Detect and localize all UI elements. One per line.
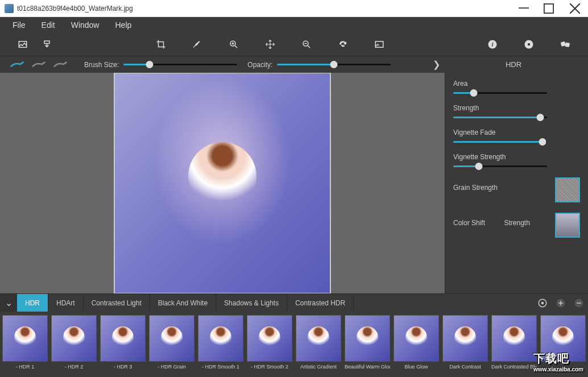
preset-tab-bar: ⌄ HDR HDArt Contrasted Light Black And W… xyxy=(0,293,588,312)
preset-thumb[interactable]: - HDR Smooth 1 xyxy=(198,315,243,370)
brush-tool-2[interactable] xyxy=(31,57,48,72)
brush-size-label: Brush Size: xyxy=(84,61,119,69)
settings-button[interactable] xyxy=(516,34,541,55)
strength-slider[interactable] xyxy=(453,117,547,118)
vignette-strength-slider[interactable] xyxy=(453,165,547,167)
menu-bar: File Edit Window Help xyxy=(0,17,588,33)
compare-button[interactable] xyxy=(367,34,392,55)
random-button[interactable] xyxy=(553,34,578,55)
preset-expand-button[interactable]: ⌄ xyxy=(0,294,17,312)
main-toolbar: i xyxy=(0,33,588,56)
tab-hdr[interactable]: HDR xyxy=(17,294,48,312)
redo-button[interactable] xyxy=(330,34,355,55)
brush-bar: Brush Size: Opacity: ❯ HDR xyxy=(0,56,588,73)
svg-point-8 xyxy=(528,43,531,46)
preset-thumb[interactable]: Dark Contrasted Blue xyxy=(491,315,537,370)
vignette-fade-slider[interactable] xyxy=(453,141,547,143)
preset-thumb[interactable]: - HDR Smooth 2 xyxy=(247,315,292,370)
color-swatch[interactable] xyxy=(555,213,580,238)
expand-right-icon[interactable]: ❯ xyxy=(425,59,448,70)
preset-thumb[interactable]: Blue Glow xyxy=(394,315,439,370)
preset-thumb[interactable]: Dark Contrast xyxy=(442,315,488,370)
preset-thumb[interactable] xyxy=(540,315,586,364)
tab-contrasted-hdr[interactable]: Contrasted HDR xyxy=(287,294,354,312)
app-icon xyxy=(5,4,14,13)
zoom-in-button[interactable] xyxy=(221,34,246,55)
close-button[interactable] xyxy=(562,0,588,17)
save-button[interactable] xyxy=(35,34,60,55)
crop-button[interactable] xyxy=(148,34,173,55)
open-image-button[interactable] xyxy=(10,34,35,55)
preset-remove-button[interactable] xyxy=(570,294,588,312)
panel-title: HDR xyxy=(448,60,579,69)
zoom-out-button[interactable] xyxy=(294,34,319,55)
vignette-fade-label: Vignette Fade xyxy=(453,129,580,136)
svg-rect-4 xyxy=(375,42,383,48)
area-label: Area xyxy=(453,80,580,88)
minimize-button[interactable]: ­ xyxy=(510,0,536,17)
preset-filter-button[interactable] xyxy=(533,294,552,312)
svg-rect-9 xyxy=(561,42,566,47)
preset-thumb[interactable]: - HDR 1 xyxy=(2,315,48,370)
preset-thumbnails: - HDR 1 - HDR 2 - HDR 3 - HDR Grain - HD… xyxy=(0,312,588,377)
preset-thumb[interactable]: Artistic Gradient xyxy=(296,315,341,370)
maximize-button[interactable] xyxy=(536,0,562,17)
opacity-label: Opacity: xyxy=(247,61,272,69)
preview-image xyxy=(114,73,331,293)
menu-file[interactable]: File xyxy=(5,18,34,32)
pan-button[interactable] xyxy=(258,34,283,55)
preset-thumb[interactable]: Beautiful Warm Glow xyxy=(345,315,390,370)
brush-tool-3[interactable] xyxy=(52,57,69,72)
tab-shadows-lights[interactable]: Shadows & Lights xyxy=(216,294,287,312)
svg-rect-1 xyxy=(544,3,553,13)
tab-contrasted-light[interactable]: Contrasted Light xyxy=(84,294,150,312)
svg-rect-10 xyxy=(565,42,570,47)
side-panel: Area Strength Vignette Fade Vignette Str… xyxy=(445,73,588,293)
title-bar: t01c88a263b9f4e4b00_WaterMark.jpg ­ xyxy=(0,0,588,17)
preset-thumb[interactable]: - HDR 3 xyxy=(100,315,146,370)
color-strength-label: Strength xyxy=(504,219,550,227)
menu-window[interactable]: Window xyxy=(63,18,107,32)
opacity-slider[interactable] xyxy=(277,64,391,65)
grain-strength-label: Grain Strength xyxy=(453,184,549,192)
preset-thumb[interactable]: - HDR Grain xyxy=(149,315,194,370)
brush-size-slider[interactable] xyxy=(123,64,237,65)
tab-hdart[interactable]: HDArt xyxy=(48,294,84,312)
svg-rect-0 xyxy=(519,7,529,9)
grain-swatch[interactable] xyxy=(555,177,580,202)
info-button[interactable]: i xyxy=(480,34,505,55)
preset-add-button[interactable] xyxy=(552,294,570,312)
menu-help[interactable]: Help xyxy=(107,18,139,32)
window-title: t01c88a263b9f4e4b00_WaterMark.jpg xyxy=(17,5,510,13)
brush-tool-1[interactable] xyxy=(9,57,26,72)
strength-label: Strength xyxy=(453,104,580,112)
vignette-strength-label: Vignette Strength xyxy=(453,153,580,161)
preset-thumb[interactable]: - HDR 2 xyxy=(51,315,97,370)
area-slider[interactable] xyxy=(453,92,547,94)
tab-black-white[interactable]: Black And White xyxy=(150,294,216,312)
menu-edit[interactable]: Edit xyxy=(34,18,63,32)
svg-point-12 xyxy=(541,301,544,304)
brush-button[interactable] xyxy=(185,34,210,55)
canvas[interactable] xyxy=(0,73,445,293)
main-area: Area Strength Vignette Fade Vignette Str… xyxy=(0,73,588,293)
color-shift-label: Color Shift xyxy=(453,219,499,227)
